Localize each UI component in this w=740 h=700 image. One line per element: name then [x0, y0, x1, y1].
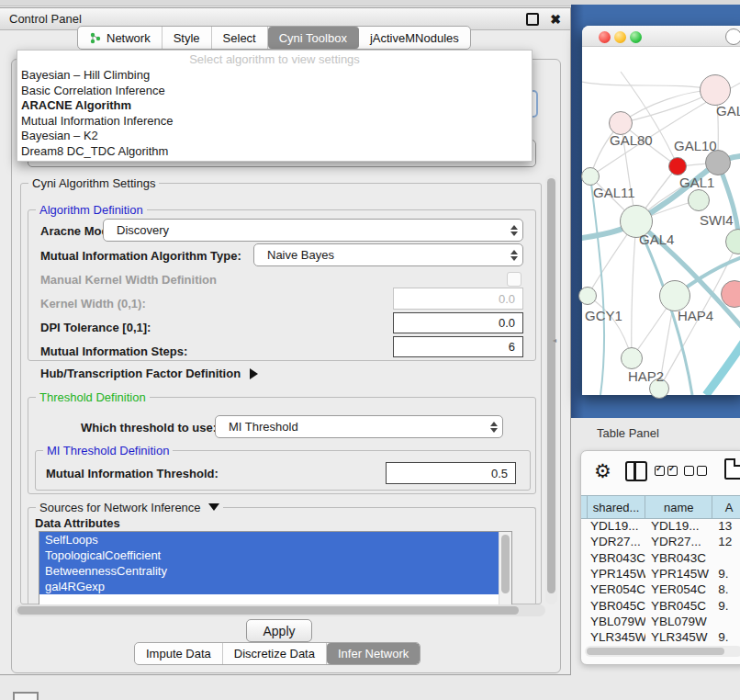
table-row[interactable]: YLR345WYLR345W9.: [587, 629, 740, 645]
tab-style[interactable]: Style: [163, 27, 212, 49]
tab-discretize-data[interactable]: Discretize Data: [223, 643, 327, 664]
control-panel-tabs: Network Style Select Cyni Toolbox jActiv…: [77, 26, 471, 50]
table-cell: YBR043C: [645, 551, 712, 565]
scrollbar-thumb[interactable]: [501, 535, 510, 593]
data-attribute-item[interactable]: TopologicalCoefficient: [39, 548, 499, 563]
close-icon[interactable]: ✖: [550, 13, 561, 26]
settings-vertical-scrollbar[interactable]: [545, 175, 557, 604]
aracne-mode-combobox[interactable]: Discovery: [103, 219, 523, 242]
network-node[interactable]: [700, 74, 731, 106]
network-node[interactable]: [578, 287, 597, 305]
tab-label: Cyni Toolbox: [279, 31, 347, 45]
network-node-label: HAP2: [628, 368, 664, 384]
network-node-label: GAL1: [679, 175, 714, 190]
network-node[interactable]: [725, 229, 740, 254]
network-node[interactable]: [705, 150, 731, 175]
group-title: MI Threshold Definition: [43, 444, 173, 457]
sources-title: Sources for Network Inference: [39, 501, 201, 514]
collapsed-arrow-icon: [250, 368, 258, 379]
screen: Control Panel ✖ Network Style Select Cyn…: [0, 0, 740, 700]
gear-icon[interactable]: ⚙: [594, 460, 611, 482]
table-panel-window: ⚙ shared... name A YDL19...YDL19...13YDR…: [580, 450, 740, 665]
group-title: Algorithm Definition: [36, 203, 147, 217]
algorithm-dropdown-prompt: Select algorithm to view settings: [17, 51, 532, 68]
algorithm-option[interactable]: Dream8 DC_TDC Algorithm: [17, 144, 532, 160]
data-attributes-label: Data Attributes: [35, 516, 120, 530]
scrollbar-thumb[interactable]: [17, 606, 519, 615]
table-cell: 13: [712, 519, 740, 533]
network-node[interactable]: [725, 28, 740, 45]
kernel-width-field[interactable]: 0.0: [393, 288, 523, 310]
network-node[interactable]: [688, 189, 710, 211]
mi-steps-field[interactable]: 6: [393, 336, 523, 357]
panel-splitter-handle[interactable]: ◂: [553, 336, 558, 345]
algorithm-option[interactable]: ARACNE Algorithm: [17, 98, 532, 114]
algorithm-option[interactable]: Mutual Information Inference: [17, 114, 532, 130]
algorithm-option[interactable]: Basic Correlation Inference: [17, 84, 532, 99]
hub-label: Hub/Transcription Factor Definition: [40, 367, 241, 380]
list-vertical-scrollbar[interactable]: [499, 532, 511, 605]
tab-jactivemnodules[interactable]: jActiveMNodules: [359, 27, 470, 49]
mi-algorithm-type-combobox[interactable]: Naive Bayes: [253, 243, 523, 266]
table-row[interactable]: YDL19...YDL19...13: [587, 518, 740, 534]
data-attribute-item[interactable]: gal4RGexp: [39, 579, 499, 594]
table-row[interactable]: YBR043CYBR043C: [587, 550, 740, 566]
sources-toggle[interactable]: Sources for Network Inference: [36, 501, 223, 514]
data-attribute-item[interactable]: BetweennessCentrality: [39, 563, 499, 579]
table-cell: YBR045C: [587, 599, 645, 613]
table-row[interactable]: YER054CYER054C8.: [587, 581, 740, 597]
column-layout-icon[interactable]: [625, 461, 647, 481]
tab-impute-data[interactable]: Impute Data: [135, 643, 223, 664]
settings-horizontal-scrollbar[interactable]: [15, 604, 545, 616]
scrollbar-thumb[interactable]: [547, 178, 555, 593]
manual-kernel-width-checkbox[interactable]: [507, 272, 521, 287]
table-horizontal-scrollbar[interactable]: [585, 646, 740, 657]
table-cell: 9.: [712, 567, 740, 581]
table-cell: YBR045C: [645, 599, 712, 613]
network-node[interactable]: [581, 167, 600, 186]
which-threshold-label: Which threshold to use:: [81, 421, 217, 435]
table-body: YDL19...YDL19...13YDR27...YDR27...12YBR0…: [587, 518, 740, 645]
hub-transcription-factor-toggle[interactable]: Hub/Transcription Factor Definition: [40, 367, 258, 380]
table-row[interactable]: YDR27...YDR27...12: [587, 534, 740, 549]
network-node[interactable]: [668, 157, 687, 175]
network-node[interactable]: [621, 347, 643, 369]
table-cell: 8.: [712, 582, 740, 596]
dpi-tolerance-field[interactable]: 0.0: [393, 312, 523, 333]
scrollbar-thumb[interactable]: [587, 648, 724, 655]
tab-select[interactable]: Select: [212, 27, 268, 49]
table-cell: YBL079W: [587, 615, 645, 628]
network-node[interactable]: [659, 280, 690, 311]
apply-button[interactable]: Apply: [246, 619, 312, 642]
cyni-bottom-tabs: Impute Data Discretize Data Infer Networ…: [134, 642, 420, 665]
table-cell: YPR145W: [587, 567, 645, 581]
new-table-icon[interactable]: [724, 458, 740, 480]
select-all-icon[interactable]: [655, 466, 678, 476]
network-node-label: GCY1: [585, 308, 622, 323]
algorithm-option[interactable]: Bayesian – Hill Climbing: [17, 68, 532, 84]
which-threshold-combobox[interactable]: MI Threshold: [215, 415, 503, 438]
control-panel-title: Control Panel: [9, 12, 526, 26]
tab-infer-network[interactable]: Infer Network: [327, 643, 420, 664]
column-header[interactable]: name: [645, 496, 712, 518]
table-row[interactable]: YPR145WYPR145W9.: [587, 566, 740, 581]
network-node[interactable]: [721, 280, 740, 308]
mi-threshold-field[interactable]: 0.5: [386, 462, 516, 484]
tab-cyni-toolbox[interactable]: Cyni Toolbox: [268, 27, 359, 49]
network-node-label: GAL80: [610, 132, 653, 148]
column-header[interactable]: A: [712, 496, 740, 518]
table-row[interactable]: YBL079WYBL079W: [587, 614, 740, 629]
algorithm-option[interactable]: Bayesian – K2: [17, 129, 532, 144]
algorithm-list: Bayesian – Hill ClimbingBasic Correlatio…: [17, 68, 532, 159]
float-window-icon[interactable]: [526, 13, 539, 26]
data-attributes-list: SelfLoopsTopologicalCoefficientBetweenne…: [39, 531, 512, 606]
data-attribute-item[interactable]: SelfLoops: [39, 532, 499, 548]
network-node-label: GAL10: [674, 138, 717, 153]
table-row[interactable]: YBR045CYBR045C9.: [587, 597, 740, 613]
column-header[interactable]: shared...: [587, 496, 645, 518]
deselect-all-icon[interactable]: [684, 466, 707, 476]
minimized-window-icon[interactable]: [13, 692, 39, 700]
network-canvas[interactable]: GALGAL80GAL10GAL11GAL1SWI4GAL4GCY1HAP4YH…: [582, 26, 740, 395]
network-node-label: GAL: [716, 103, 740, 119]
tab-network[interactable]: Network: [78, 27, 163, 49]
